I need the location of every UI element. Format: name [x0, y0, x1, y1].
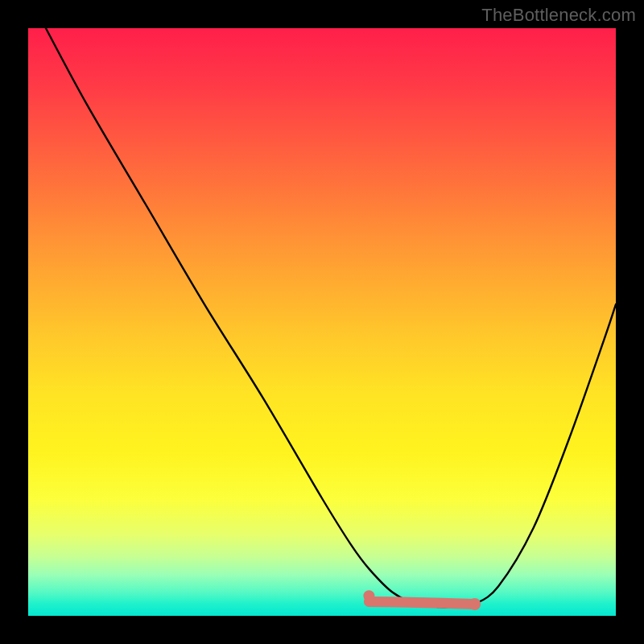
curve-svg — [28, 28, 616, 616]
series-curve — [46, 28, 616, 608]
highlight-end-dot — [469, 598, 481, 610]
plot-area — [28, 28, 616, 616]
highlight-dot — [363, 590, 374, 601]
chart-stage: TheBottleneck.com — [0, 0, 644, 644]
highlight-segment — [369, 601, 474, 604]
watermark-text: TheBottleneck.com — [481, 5, 636, 26]
